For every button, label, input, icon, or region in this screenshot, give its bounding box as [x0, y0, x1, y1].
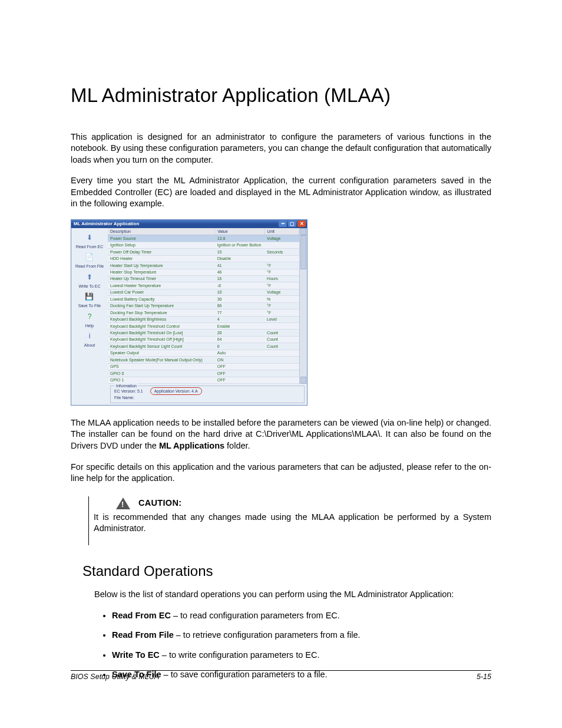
table-cell: 15	[215, 249, 265, 255]
sidebar-help[interactable]: ? Help	[82, 309, 97, 328]
sidebar-read-from-file[interactable]: 📄 Read From File	[75, 250, 104, 269]
table-cell: Ignition Setup	[108, 242, 215, 248]
table-cell: OFF	[215, 377, 265, 383]
table-cell: Power Off Delay Timer	[108, 249, 215, 255]
table-row[interactable]: Ignition SetupIgnition or Power Button	[108, 242, 299, 248]
sidebar-about[interactable]: i About	[82, 329, 97, 348]
maximize-icon[interactable]: ▢	[288, 220, 296, 227]
sidebar-write-to-ec[interactable]: ⬆ Write To EC	[78, 270, 100, 289]
ml-applications-folder: ML Applications	[159, 441, 224, 450]
table-cell: Heater Start Up Temperature	[108, 262, 215, 269]
table-row[interactable]: GPIO 1OFF	[108, 377, 299, 383]
table-cell: 46	[215, 269, 265, 275]
table-cell: %	[265, 296, 299, 302]
table-row[interactable]: Keyboard Backlight Threshold ControlEnab…	[108, 323, 299, 330]
paragraph-ec-load: Every time you start the ML Administrato…	[71, 175, 491, 210]
table-cell	[265, 377, 299, 383]
table-row[interactable]: Keyboard Backlight Brightness4Level	[108, 316, 299, 322]
paragraph-intro: This application is designed for an admi…	[71, 131, 491, 166]
table-cell: Disable	[215, 255, 265, 262]
table-cell: Hours	[265, 275, 299, 282]
warning-icon	[116, 498, 130, 509]
op-desc: – to read configuration parameters from …	[171, 611, 340, 620]
table-cell: Level	[265, 316, 299, 322]
table-row[interactable]: Heater Stop Temperature46°F	[108, 269, 299, 275]
table-row[interactable]: Heater Start Up Temperature41°F	[108, 262, 299, 269]
col-value[interactable]: Value	[215, 228, 265, 235]
list-item: Write To EC – to write configuration par…	[112, 650, 491, 661]
op-name: Read From File	[112, 630, 174, 640]
table-row[interactable]: Power Off Delay Timer15Seconds	[108, 249, 299, 255]
table-cell: Ignition or Power Button	[215, 242, 265, 248]
col-description[interactable]: Description	[108, 228, 215, 235]
table-cell: Lowest Heater Temperature	[108, 282, 215, 289]
table-cell: °F	[265, 282, 299, 289]
table-cell: Voltage	[265, 235, 299, 242]
table-cell	[265, 255, 299, 262]
table-cell: GPS	[108, 363, 215, 370]
app-version-highlight: Application Version: 4.A	[150, 387, 202, 395]
table-cell: 41	[215, 262, 265, 269]
app-sidebar: ⬇ Read From EC 📄 Read From File ⬆ Write …	[71, 228, 108, 405]
sidebar-item-label: About	[82, 342, 97, 348]
caution-block: CAUTION: It is recommended that any chan…	[88, 496, 491, 545]
sidebar-item-label: Read From EC	[76, 244, 104, 249]
table-row[interactable]: Speaker OutputAuto	[108, 350, 299, 356]
table-cell: Keyboard Backlight Brightness	[108, 316, 215, 322]
minimize-icon[interactable]: ━	[279, 220, 287, 227]
table-cell: Seconds	[265, 249, 299, 255]
table-cell: Heater Up Timeout Timer	[108, 275, 215, 282]
table-cell	[265, 363, 299, 370]
list-item: Read From File – to retrieve configurati…	[112, 630, 491, 641]
table-cell: 13.8	[215, 235, 265, 242]
mlaa-screenshot: ML Administrator Application ━ ▢ ✕ ⬇ Rea…	[71, 219, 308, 406]
file-icon: 📄	[82, 251, 97, 263]
table-cell: Power Source	[108, 235, 215, 242]
table-cell: -8	[215, 282, 265, 289]
table-cell: GPIO 1	[108, 377, 215, 383]
table-row[interactable]: Power Source13.8Voltage	[108, 235, 299, 242]
table-cell: Auto	[215, 350, 265, 356]
table-cell: Keyboard Backlight Threshold Control	[108, 323, 215, 330]
close-icon[interactable]: ✕	[297, 220, 306, 227]
paragraph-install: The MLAA application needs to be install…	[71, 417, 491, 452]
table-cell: °F	[265, 262, 299, 269]
table-cell: Count	[265, 330, 299, 336]
upload-icon: ⬆	[82, 271, 97, 283]
table-cell: 64	[215, 336, 265, 342]
param-table[interactable]: Description Value Unit Power Source13.8V…	[108, 228, 299, 384]
table-cell	[265, 350, 299, 356]
table-cell: Lowest Battery Capacity	[108, 296, 215, 302]
table-row[interactable]: GPIO 0OFF	[108, 370, 299, 377]
col-unit[interactable]: Unit	[265, 228, 299, 235]
table-cell: °F	[265, 269, 299, 275]
sidebar-save-to-file[interactable]: 💾 Save To File	[78, 289, 101, 308]
table-row[interactable]: HDD HeaterDisable	[108, 255, 299, 262]
table-row[interactable]: Keyboard Backlight Threshold On [Low]20C…	[108, 330, 299, 336]
table-row[interactable]: GPSOFF	[108, 363, 299, 370]
table-cell: Enable	[215, 323, 265, 330]
table-row[interactable]: Keyboard Backlight Threshold Off [High]6…	[108, 336, 299, 342]
op-desc: – to retrieve configuration parameters f…	[174, 630, 361, 640]
sidebar-read-from-ec[interactable]: ⬇ Read From EC	[76, 230, 104, 249]
table-row[interactable]: Lowest Heater Temperature-8°F	[108, 282, 299, 289]
info-icon: i	[82, 330, 97, 342]
table-row[interactable]: Lowest Car Power10Voltage	[108, 289, 299, 295]
table-row[interactable]: Docking Fan Stop Temperature77°F	[108, 309, 299, 316]
footer-left: BIOS Setup Utility & MLUA	[71, 672, 159, 682]
table-row[interactable]: Lowest Battery Capacity30%	[108, 296, 299, 302]
table-cell: Speaker Output	[108, 350, 215, 356]
info-legend: Information	[114, 383, 138, 388]
footer-right: 5-15	[477, 672, 491, 682]
table-cell	[265, 323, 299, 330]
standard-operations-heading: Standard Operations	[82, 562, 491, 581]
table-cell: GPIO 0	[108, 370, 215, 377]
vertical-scrollbar[interactable]	[299, 228, 307, 384]
window-title: ML Administrator Application	[74, 221, 139, 228]
table-row[interactable]: Keyboard Backlight Sensor Light Count6Co…	[108, 343, 299, 350]
table-row[interactable]: Docking Fan Start Up Temperature86°F	[108, 302, 299, 309]
table-row[interactable]: Heater Up Timeout Timer16Hours	[108, 275, 299, 282]
op-name: Write To EC	[112, 650, 160, 660]
table-row[interactable]: Notebook Speaker Mode(For Manual Output …	[108, 357, 299, 363]
download-icon: ⬇	[82, 232, 97, 243]
